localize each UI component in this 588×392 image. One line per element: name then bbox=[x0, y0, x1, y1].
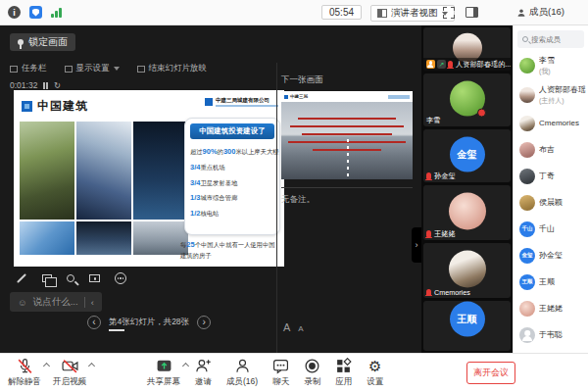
slide-header: 中国建筑 bbox=[22, 98, 88, 115]
zoom-slide-icon[interactable] bbox=[67, 274, 74, 282]
next-slide-thumbnail[interactable]: 中建三局 bbox=[281, 91, 413, 179]
restart-timer-icon[interactable]: ↻ bbox=[54, 80, 61, 90]
stats-footer: 每25个中国人中就有一人使用中国建筑的房子 bbox=[180, 239, 280, 261]
presenter-toolbar: 任务栏 显示设置 结束幻灯片放映 bbox=[10, 63, 207, 74]
font-decrease-button[interactable]: A bbox=[298, 324, 303, 333]
member-name: 人资部邵春瑶 bbox=[539, 84, 586, 95]
invite-button[interactable]: 邀请 bbox=[195, 358, 212, 388]
stat-line-4: 1/3城市综合管廊 bbox=[190, 190, 274, 206]
slide-company: 中建三局城建有限公司 bbox=[205, 97, 278, 107]
unmute-button[interactable]: 解除静音 bbox=[8, 358, 41, 388]
member-row[interactable]: 金玺 孙金玺 bbox=[514, 242, 588, 269]
network-signal-icon bbox=[51, 7, 62, 18]
mic-options-chevron[interactable] bbox=[43, 363, 50, 369]
start-video-button[interactable]: 开启视频 bbox=[53, 358, 86, 388]
participant-name: 王姥姥 bbox=[434, 229, 456, 239]
view-mode-button[interactable]: 演讲者视图 bbox=[370, 5, 455, 22]
next-slide-button[interactable]: › bbox=[197, 316, 211, 329]
muted-mic-icon bbox=[448, 61, 453, 68]
video-tile[interactable]: 王姥姥 bbox=[423, 185, 511, 240]
member-row[interactable]: 王顺 王顺 bbox=[514, 269, 588, 295]
quick-chat-input[interactable]: ☺ 说点什么... ‹ bbox=[10, 292, 102, 312]
collapse-chat-icon[interactable]: ‹ bbox=[91, 297, 94, 308]
member-row[interactable]: 王姥姥 bbox=[514, 295, 588, 321]
mini-logo-icon bbox=[284, 95, 288, 99]
avatar bbox=[450, 81, 485, 117]
stat-line-3: 3/4卫星发射基地 bbox=[190, 175, 274, 191]
members-button[interactable]: 成员(16) bbox=[226, 358, 258, 388]
slide-brand-title: 中国建筑 bbox=[37, 98, 88, 115]
company-name: 中建三局城建有限公司 bbox=[216, 97, 278, 104]
member-row[interactable]: 布吉 bbox=[514, 136, 588, 163]
apps-button[interactable]: 应用 bbox=[335, 358, 352, 388]
pen-tool-icon[interactable] bbox=[17, 273, 26, 283]
members-panel-header[interactable]: 成员(16) bbox=[516, 6, 564, 19]
pin-view-button[interactable]: 锁定画面 bbox=[10, 33, 75, 51]
video-tile[interactable]: 李雪 bbox=[423, 74, 511, 126]
avatar: 金玺 bbox=[519, 248, 535, 264]
display-settings-button[interactable]: 显示设置 bbox=[65, 63, 120, 74]
avatar: 王顺 bbox=[450, 302, 485, 337]
member-row[interactable]: 人资部邵春瑶(主持人) bbox=[514, 80, 588, 110]
bottom-toolbar: 解除静音 开启视频 共享屏幕 bbox=[0, 353, 588, 392]
video-tile[interactable]: 王顺 bbox=[423, 301, 511, 351]
stat-line-5: 1/2核电站 bbox=[190, 206, 274, 221]
participant-name: 人资部邵春瑶的... bbox=[456, 60, 511, 70]
member-row[interactable]: 侯晨颖 bbox=[514, 189, 588, 216]
invite-person-icon bbox=[195, 358, 212, 374]
fullscreen-button[interactable] bbox=[443, 7, 455, 19]
font-increase-button[interactable]: A bbox=[283, 321, 290, 333]
screen-share-badge-icon: ↗ bbox=[437, 60, 446, 69]
taskbar-button[interactable]: 任务栏 bbox=[10, 63, 47, 74]
search-input[interactable] bbox=[531, 35, 579, 44]
photo-skyscraper bbox=[76, 122, 131, 220]
title-bar: i 05:54 演讲者视图 成员(16) bbox=[0, 0, 588, 25]
member-search-box[interactable] bbox=[517, 30, 584, 48]
previous-slide-button[interactable]: ‹ bbox=[87, 316, 101, 329]
leave-meeting-button[interactable]: 离开会议 bbox=[466, 362, 515, 384]
security-shield-icon[interactable] bbox=[29, 6, 42, 19]
end-slideshow-button[interactable]: 结束幻灯片放映 bbox=[137, 63, 208, 74]
chat-button[interactable]: 聊天 bbox=[272, 358, 289, 388]
share-screen-button[interactable]: 共享屏幕 bbox=[147, 358, 180, 388]
video-options-chevron[interactable] bbox=[88, 363, 95, 369]
members-icon bbox=[234, 358, 251, 374]
member-row[interactable]: 丁奇 bbox=[514, 163, 588, 189]
all-slides-icon[interactable] bbox=[42, 274, 52, 282]
member-row[interactable]: 李雪(我) bbox=[514, 51, 588, 80]
tile-label: 孙金玺 bbox=[423, 170, 511, 182]
video-tile-host[interactable]: ↗ 人资部邵春瑶的... bbox=[423, 27, 511, 71]
member-row[interactable]: Cmemories bbox=[514, 110, 588, 136]
titlebar-status-icons: i bbox=[8, 6, 62, 19]
member-row[interactable]: 千山 千山 bbox=[514, 216, 588, 242]
members-header-label: 成员(16) bbox=[529, 6, 564, 19]
expand-panel-tab[interactable]: › bbox=[412, 227, 421, 263]
pause-icon[interactable] bbox=[43, 82, 48, 89]
settings-button[interactable]: ⚙ 设置 bbox=[367, 358, 383, 388]
video-thumbnail-strip: ↗ 人资部邵春瑶的... 李雪 金玺 孙金玺 王姥姥 Cmemories 王顺 bbox=[421, 25, 513, 353]
share-screen-icon bbox=[156, 358, 172, 374]
share-options-chevron[interactable] bbox=[182, 363, 189, 369]
photo-glass-buildings bbox=[20, 221, 74, 255]
panel-toggle-button[interactable] bbox=[466, 7, 478, 18]
cscec-logo-icon bbox=[22, 101, 32, 112]
avatar bbox=[519, 58, 535, 74]
meeting-info-icon[interactable]: i bbox=[8, 6, 21, 19]
record-button[interactable]: 录制 bbox=[304, 358, 320, 388]
member-row[interactable]: 于韦聪 bbox=[514, 321, 588, 348]
stat-line-1: 超过90%的300米以上摩天大楼 bbox=[190, 144, 274, 160]
muted-mic-icon bbox=[426, 230, 431, 237]
more-options-icon[interactable] bbox=[115, 272, 126, 284]
member-name: 布吉 bbox=[539, 144, 555, 155]
emoji-icon[interactable]: ☺ bbox=[18, 297, 27, 308]
divider bbox=[84, 297, 85, 308]
view-mode-label: 演讲者视图 bbox=[391, 7, 438, 20]
video-tile[interactable]: Cmemories bbox=[423, 243, 511, 298]
black-screen-icon[interactable] bbox=[89, 274, 100, 282]
avatar bbox=[449, 192, 486, 229]
muted-mic-icon bbox=[17, 358, 33, 374]
muted-mic-icon bbox=[426, 289, 431, 296]
gear-icon: ⚙ bbox=[368, 358, 381, 374]
video-tile[interactable]: 金玺 孙金玺 bbox=[423, 129, 511, 182]
pin-label: 锁定画面 bbox=[28, 35, 68, 49]
